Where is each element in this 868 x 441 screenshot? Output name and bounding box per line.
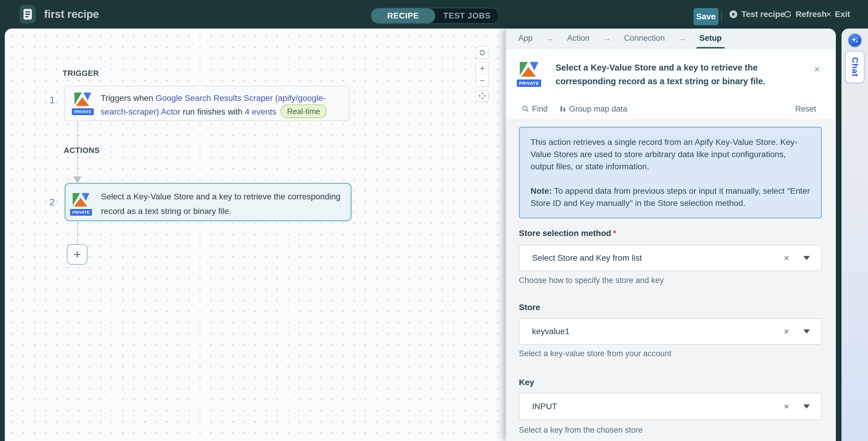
- realtime-badge: Real-time: [281, 104, 327, 118]
- node-2-index: 2: [50, 197, 55, 208]
- close-icon: ×: [826, 9, 831, 19]
- clear-icon[interactable]: ×: [784, 253, 789, 263]
- chevron-down-icon[interactable]: [803, 330, 810, 334]
- topbar-divider: [721, 11, 722, 23]
- apify-logo-icon: PRIVATE: [520, 62, 538, 80]
- group-map-data-button[interactable]: Group map data: [560, 104, 627, 114]
- note-label: Note:: [530, 186, 552, 196]
- apify-logo-icon: PRIVATE: [73, 193, 89, 209]
- test-recipe-button[interactable]: Test recipe: [729, 0, 785, 29]
- breadcrumb-setup[interactable]: Setup: [700, 34, 722, 43]
- panel-header: PRIVATE Select a Key-Value Store and a k…: [506, 48, 836, 98]
- add-step-button[interactable]: +: [67, 244, 88, 265]
- page-title: first recipe: [44, 0, 99, 29]
- ai-assistant-button[interactable]: [848, 34, 862, 47]
- clear-icon[interactable]: ×: [784, 401, 789, 411]
- mode-toggle: RECIPE TEST JOBS: [371, 8, 499, 24]
- reset-rotate-icon: [478, 49, 486, 57]
- chat-rail: Chat: [841, 29, 868, 441]
- arrow-right-icon: →: [546, 34, 554, 43]
- tab-test-jobs[interactable]: TEST JOBS: [435, 8, 499, 23]
- store-selection-method-label: Store selection method*: [519, 229, 616, 238]
- chat-tab[interactable]: Chat: [845, 51, 864, 83]
- trigger-text-2: run finishes with: [181, 107, 245, 116]
- connector-line: [77, 221, 78, 244]
- selected-value: keyvalue1: [520, 327, 784, 336]
- key-select[interactable]: INPUT ×: [519, 393, 822, 420]
- action-node-text: Select a Key-Value Store and a key to re…: [101, 189, 343, 218]
- private-badge: PRIVATE: [69, 208, 93, 216]
- tab-recipe[interactable]: RECIPE: [371, 8, 435, 23]
- action-node-selected[interactable]: PRIVATE Select a Key-Value Store and a k…: [65, 183, 351, 221]
- bars-icon: [560, 105, 566, 112]
- events-link[interactable]: 4 events: [245, 107, 276, 116]
- chat-tab-label: Chat: [850, 57, 860, 77]
- arrow-right-icon: →: [602, 34, 611, 43]
- search-icon: [522, 105, 529, 112]
- sparkles-icon: [851, 36, 859, 44]
- zoom-in-button[interactable]: +: [476, 63, 488, 74]
- group-map-data-label: Group map data: [569, 104, 627, 114]
- panel-title: Select a Key-Value Store and a key to re…: [556, 61, 818, 88]
- panel-toolbar: Find Group map data Reset: [506, 98, 836, 120]
- chevron-down-icon[interactable]: [803, 256, 810, 260]
- store-helper: Select a key-value store from your accou…: [519, 349, 672, 358]
- info-box: This action retrieves a single record fr…: [519, 127, 822, 218]
- actions-section-label: ACTIONS: [64, 146, 100, 155]
- trigger-text-1: Triggers when: [101, 94, 155, 103]
- private-badge: PRIVATE: [71, 108, 94, 116]
- arrow-right-icon: →: [678, 34, 686, 43]
- note-text: To append data from previous steps or in…: [530, 186, 810, 208]
- zoom-out-button[interactable]: −: [476, 75, 488, 86]
- exit-button[interactable]: × Exit: [826, 0, 850, 29]
- fit-view-button[interactable]: [476, 90, 489, 102]
- zoom-controls: + −: [476, 62, 489, 87]
- refresh-button[interactable]: Refresh: [783, 0, 827, 29]
- refresh-icon: [783, 10, 792, 19]
- trigger-section-label: TRIGGER: [63, 69, 99, 78]
- save-button[interactable]: Save: [693, 8, 718, 25]
- apify-logo-icon: PRIVATE: [74, 92, 91, 109]
- store-select[interactable]: keyvalue1 ×: [519, 318, 822, 345]
- reset-button[interactable]: Reset: [795, 104, 816, 114]
- node-1-index: 1: [50, 95, 55, 106]
- workflow-canvas[interactable]: TRIGGER 1 PRIVATE Triggers when Google S…: [5, 29, 505, 441]
- document-icon: [23, 9, 32, 20]
- panel-content: This action retrieves a single record fr…: [506, 120, 836, 441]
- find-label: Find: [532, 104, 548, 114]
- setup-panel: App → Action → Connection → Setup PRIVAT…: [505, 29, 836, 441]
- breadcrumb-app[interactable]: App: [518, 34, 533, 43]
- refresh-label: Refresh: [796, 9, 827, 19]
- reset-view-button[interactable]: [476, 46, 489, 59]
- top-bar: first recipe RECIPE TEST JOBS Save Test …: [0, 0, 868, 29]
- close-icon: ×: [814, 63, 820, 75]
- clear-icon[interactable]: ×: [784, 327, 789, 337]
- exit-label: Exit: [835, 9, 850, 19]
- required-asterisk: *: [613, 229, 616, 238]
- store-label: Store: [519, 303, 540, 312]
- trigger-node[interactable]: PRIVATE Triggers when Google Search Resu…: [64, 86, 349, 121]
- chevron-down-icon[interactable]: [803, 404, 810, 409]
- reset-label: Reset: [795, 104, 816, 114]
- close-panel-button[interactable]: ×: [810, 63, 824, 76]
- key-helper: Select a key from the chosen store: [519, 426, 643, 435]
- store-selection-method-select[interactable]: Select Store and Key from list ×: [519, 245, 822, 271]
- test-recipe-label: Test recipe: [741, 9, 785, 19]
- key-label: Key: [519, 378, 534, 387]
- trigger-node-text: Triggers when Google Search Results Scra…: [101, 91, 341, 119]
- selected-value: INPUT: [520, 402, 784, 411]
- field-label-text: Store selection method: [519, 229, 611, 238]
- play-circle-icon: [729, 10, 738, 19]
- private-badge: PRIVATE: [516, 79, 542, 88]
- find-button[interactable]: Find: [522, 104, 548, 114]
- breadcrumb: App → Action → Connection → Setup: [506, 29, 836, 48]
- fit-view-icon: [478, 92, 486, 100]
- app-root: first recipe RECIPE TEST JOBS Save Test …: [0, 0, 868, 441]
- selected-value: Select Store and Key from list: [520, 253, 784, 263]
- recipe-logo-chip: [20, 5, 36, 24]
- info-paragraph: This action retrieves a single record fr…: [530, 136, 810, 173]
- store-selection-method-helper: Choose how to specify the store and key: [519, 276, 664, 285]
- breadcrumb-action[interactable]: Action: [567, 34, 589, 43]
- info-note: Note: To append data from previous steps…: [530, 185, 810, 209]
- breadcrumb-connection[interactable]: Connection: [624, 34, 665, 43]
